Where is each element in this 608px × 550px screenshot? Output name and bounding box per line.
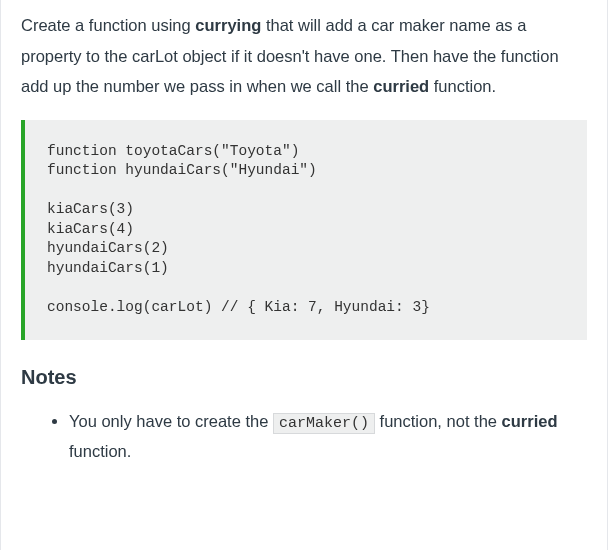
code-block: function toyotaCars("Toyota") function h… <box>21 120 587 340</box>
intro-text-3: function. <box>429 77 496 95</box>
intro-bold-1: currying <box>195 16 261 34</box>
notes-heading: Notes <box>21 366 587 389</box>
notes-item-1-text-1: You only have to create the <box>69 412 273 430</box>
notes-item-1-text-2: function, not the <box>375 412 502 430</box>
intro-text-1: Create a function using <box>21 16 195 34</box>
notes-item-1-text-3: function. <box>69 442 131 460</box>
notes-item-1-bold-1: curried <box>502 412 558 430</box>
code-content: function toyotaCars("Toyota") function h… <box>47 142 565 318</box>
content-area: Create a function using currying that wi… <box>1 2 607 466</box>
notes-item-1: You only have to create the carMaker() f… <box>69 407 587 466</box>
inline-code-carmaker: carMaker() <box>273 413 375 434</box>
intro-paragraph: Create a function using currying that wi… <box>21 10 587 102</box>
notes-list: You only have to create the carMaker() f… <box>21 407 587 466</box>
intro-bold-2: curried <box>373 77 429 95</box>
page-container: Create a function using currying that wi… <box>0 0 608 550</box>
